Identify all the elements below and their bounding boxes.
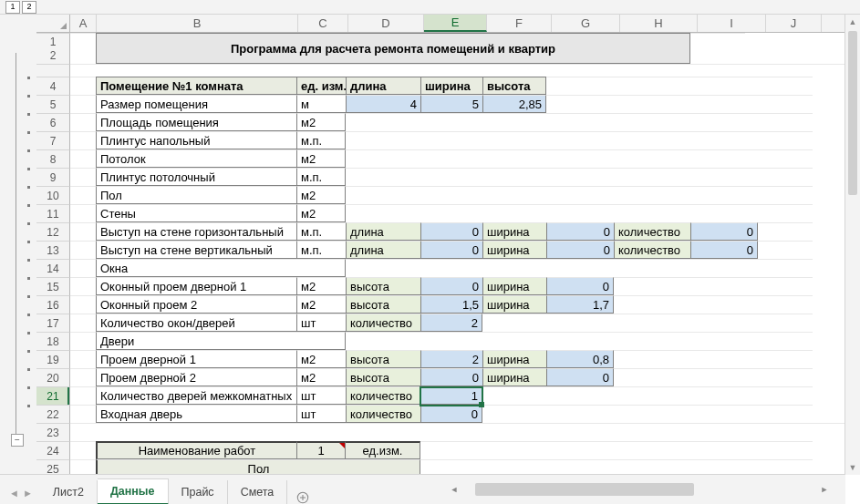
cell[interactable]: [614, 77, 690, 95]
comment-marker-icon[interactable]: [339, 443, 345, 448]
cell[interactable]: [614, 168, 690, 186]
cell[interactable]: [690, 259, 758, 277]
cell-label[interactable]: Площадь помещения: [96, 113, 296, 131]
cell-unit[interactable]: м2: [296, 113, 346, 131]
cell[interactable]: [690, 386, 758, 405]
cell-unit[interactable]: м2: [296, 350, 346, 368]
cell-sub[interactable]: высота: [346, 295, 420, 314]
cell[interactable]: [546, 459, 614, 475]
cell[interactable]: [614, 149, 690, 168]
cell[interactable]: [420, 168, 482, 186]
cell[interactable]: [758, 332, 813, 350]
row-head-5[interactable]: 5: [36, 95, 70, 113]
cell[interactable]: [758, 222, 813, 241]
cell-sub[interactable]: количество: [346, 405, 420, 423]
cell-sub[interactable]: ширина: [482, 350, 546, 368]
cell[interactable]: [420, 149, 482, 168]
cell[interactable]: [690, 113, 758, 131]
cell-unit[interactable]: м2: [296, 204, 346, 222]
cell[interactable]: [758, 350, 813, 368]
cell[interactable]: [690, 33, 745, 64]
cell[interactable]: [758, 77, 813, 95]
cell[interactable]: [70, 423, 96, 441]
cell[interactable]: [70, 113, 96, 131]
cell[interactable]: [482, 441, 546, 459]
cell-label[interactable]: Количество дверей межкомнатных: [96, 386, 296, 405]
cell-section[interactable]: Окна: [96, 259, 346, 277]
cell[interactable]: [690, 459, 758, 475]
cell[interactable]: [758, 386, 813, 405]
cell-label[interactable]: Пол: [96, 186, 296, 204]
cell-unit[interactable]: м2: [296, 277, 346, 295]
cell[interactable]: [346, 259, 420, 277]
cell[interactable]: [614, 259, 690, 277]
cell-value[interactable]: 0: [690, 222, 758, 241]
cell[interactable]: [70, 368, 96, 386]
cell-value[interactable]: 2: [420, 314, 482, 332]
cell[interactable]: [614, 459, 690, 475]
cell[interactable]: [546, 386, 614, 405]
row-head-18[interactable]: 18: [36, 332, 70, 350]
cell[interactable]: [70, 314, 96, 332]
cell[interactable]: [758, 149, 813, 168]
cell[interactable]: [420, 131, 482, 149]
row-head-17[interactable]: 17: [36, 314, 70, 332]
cell[interactable]: [546, 332, 614, 350]
cell[interactable]: [758, 314, 813, 332]
cell-unit[interactable]: м2: [296, 149, 346, 168]
cell[interactable]: [346, 131, 420, 149]
sheet-nav-next-icon[interactable]: ►: [23, 488, 33, 499]
cell[interactable]: [420, 332, 482, 350]
cell[interactable]: [758, 131, 813, 149]
cell-value[interactable]: 0: [420, 241, 482, 259]
cell[interactable]: [420, 186, 482, 204]
cell[interactable]: [546, 314, 614, 332]
cell-sub[interactable]: длина: [346, 241, 420, 259]
cell[interactable]: [482, 186, 546, 204]
cell[interactable]: [70, 259, 96, 277]
cell[interactable]: [70, 295, 96, 314]
scroll-down-button[interactable]: ▼: [845, 460, 860, 475]
cell-label[interactable]: Оконный проем дверной 1: [96, 277, 296, 295]
cell[interactable]: [758, 113, 813, 131]
cell-value[interactable]: 0: [546, 368, 614, 386]
cell[interactable]: [614, 295, 690, 314]
cell[interactable]: [482, 168, 546, 186]
cell[interactable]: [482, 459, 546, 475]
cell[interactable]: [690, 95, 758, 113]
col-head-F[interactable]: F: [487, 15, 552, 32]
cell[interactable]: [614, 332, 690, 350]
cell[interactable]: [758, 441, 813, 459]
scroll-left-button[interactable]: ◄: [448, 485, 461, 494]
cell-value[interactable]: 0: [546, 277, 614, 295]
cell[interactable]: [346, 149, 420, 168]
cell-sub[interactable]: ширина: [482, 295, 546, 314]
add-sheet-button[interactable]: [287, 491, 318, 504]
cell[interactable]: [614, 95, 690, 113]
sheet-tab-active[interactable]: Данные: [98, 478, 169, 504]
cell-value[interactable]: 1: [420, 386, 482, 405]
cell-sub[interactable]: количество: [346, 314, 420, 332]
col-head-B[interactable]: B: [97, 15, 298, 32]
cell[interactable]: [758, 186, 813, 204]
cell-label[interactable]: Оконный проем 2: [96, 295, 296, 314]
col-head-C[interactable]: C: [298, 15, 348, 32]
cell[interactable]: [70, 95, 96, 113]
cell[interactable]: [546, 441, 614, 459]
cell[interactable]: [482, 149, 546, 168]
cell-unit[interactable]: м.п.: [296, 222, 346, 241]
outline-level-2-button[interactable]: 2: [22, 1, 36, 14]
cell[interactable]: [690, 295, 758, 314]
cell-unit[interactable]: шт: [296, 386, 346, 405]
cell[interactable]: [546, 95, 614, 113]
cell[interactable]: [420, 204, 482, 222]
cell[interactable]: [690, 368, 758, 386]
cell-unit[interactable]: м: [296, 95, 346, 113]
cell-sub[interactable]: ширина: [482, 277, 546, 295]
cell-room-header[interactable]: Помещение №1 комната: [96, 77, 296, 95]
cell-value[interactable]: 0: [420, 222, 482, 241]
row-head-15[interactable]: 15: [36, 277, 70, 295]
row-head-19[interactable]: 19: [36, 350, 70, 368]
select-all-corner[interactable]: [36, 15, 70, 32]
cell[interactable]: [482, 113, 546, 131]
